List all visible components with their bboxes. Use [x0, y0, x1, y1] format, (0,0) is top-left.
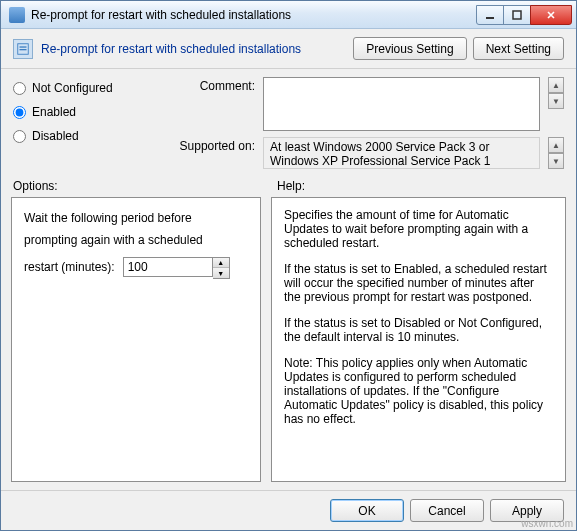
restart-minutes-input[interactable] — [123, 257, 213, 277]
window-controls — [477, 5, 572, 25]
scroll-up-icon[interactable]: ▲ — [548, 77, 564, 93]
scroll-up-icon[interactable]: ▲ — [548, 137, 564, 153]
minimize-button[interactable] — [476, 5, 504, 25]
help-paragraph: Note: This policy applies only when Auto… — [284, 356, 553, 426]
comment-scroll: ▲ ▼ — [548, 77, 564, 109]
radio-label: Disabled — [32, 129, 79, 143]
svg-rect-1 — [513, 11, 521, 19]
supported-text: At least Windows 2000 Service Pack 3 or … — [263, 137, 540, 169]
split-panes: Wait the following period before prompti… — [1, 197, 576, 490]
spinner-down-icon[interactable]: ▼ — [213, 268, 229, 278]
header-title: Re-prompt for restart with scheduled ins… — [41, 42, 353, 56]
radio-disabled-input[interactable] — [13, 130, 26, 143]
scroll-down-icon[interactable]: ▼ — [548, 93, 564, 109]
options-line: Wait the following period before — [24, 208, 248, 230]
spinner-up-icon[interactable]: ▲ — [213, 258, 229, 268]
help-paragraph: If the status is set to Enabled, a sched… — [284, 262, 553, 304]
scroll-down-icon[interactable]: ▼ — [548, 153, 564, 169]
ok-button[interactable]: OK — [330, 499, 404, 522]
previous-setting-button[interactable]: Previous Setting — [353, 37, 466, 60]
cancel-button[interactable]: Cancel — [410, 499, 484, 522]
header-row: Re-prompt for restart with scheduled ins… — [1, 29, 576, 69]
help-paragraph: Specifies the amount of time for Automat… — [284, 208, 553, 250]
radio-label: Enabled — [32, 105, 76, 119]
next-setting-button[interactable]: Next Setting — [473, 37, 564, 60]
close-button[interactable] — [530, 5, 572, 25]
svg-rect-0 — [486, 17, 494, 19]
svg-rect-3 — [20, 46, 27, 47]
supported-scroll: ▲ ▼ — [548, 137, 564, 169]
maximize-button[interactable] — [503, 5, 531, 25]
options-label: Options: — [13, 179, 261, 193]
watermark: wsxwn.com — [521, 518, 573, 529]
policy-icon — [13, 39, 33, 59]
radio-label: Not Configured — [32, 81, 113, 95]
dialog-window: Re-prompt for restart with scheduled ins… — [0, 0, 577, 531]
radio-enabled[interactable]: Enabled — [13, 105, 163, 119]
options-pane: Wait the following period before prompti… — [11, 197, 261, 482]
restart-minutes-stepper[interactable]: ▲ ▼ — [123, 257, 230, 279]
supported-label: Supported on: — [175, 137, 255, 153]
comment-textarea[interactable] — [263, 77, 540, 131]
config-row: Not Configured Enabled Disabled Comment:… — [1, 69, 576, 173]
footer: OK Cancel Apply — [1, 490, 576, 530]
titlebar[interactable]: Re-prompt for restart with scheduled ins… — [1, 1, 576, 29]
pane-labels: Options: Help: — [1, 173, 576, 197]
radio-enabled-input[interactable] — [13, 106, 26, 119]
titlebar-text: Re-prompt for restart with scheduled ins… — [31, 8, 477, 22]
help-paragraph: If the status is set to Disabled or Not … — [284, 316, 553, 344]
radio-not-configured-input[interactable] — [13, 82, 26, 95]
comment-label: Comment: — [175, 77, 255, 93]
svg-rect-4 — [20, 49, 27, 50]
spinner-label: restart (minutes): — [24, 257, 115, 279]
options-line: prompting again with a scheduled — [24, 230, 248, 252]
radio-not-configured[interactable]: Not Configured — [13, 81, 163, 95]
radio-disabled[interactable]: Disabled — [13, 129, 163, 143]
app-icon — [9, 7, 25, 23]
help-label: Help: — [277, 179, 305, 193]
help-pane: Specifies the amount of time for Automat… — [271, 197, 566, 482]
state-radio-group: Not Configured Enabled Disabled — [13, 77, 163, 169]
supported-value: At least Windows 2000 Service Pack 3 or … — [270, 140, 533, 168]
